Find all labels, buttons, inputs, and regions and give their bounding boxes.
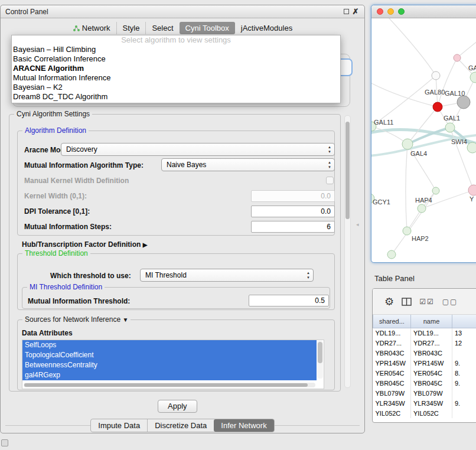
tab-network[interactable]: Network [67,22,116,34]
deselect-all-checkboxes-icon[interactable]: ▢▢ [442,298,458,306]
table-cell[interactable]: YBL079W [411,388,452,398]
table-cell[interactable]: YER054C [373,368,411,378]
attributes-vertical-scrollbar[interactable] [317,341,323,379]
table-row[interactable]: YPR145WYPR145W9. [373,358,476,368]
table-row[interactable]: YBR043CYBR043C [373,348,476,358]
table-row[interactable]: YLR345WYLR345W9. [373,398,476,408]
attributes-vscroll-thumb[interactable] [318,342,322,363]
show-columns-icon[interactable] [402,298,412,306]
table-cell[interactable] [452,348,476,358]
table-cell[interactable]: YBL079W [373,388,411,398]
settings-scrollbar[interactable] [344,115,351,388]
table-row[interactable]: YER054CYER054C8. [373,368,476,378]
tab-cyni-toolbox[interactable]: Cyni Toolbox [180,22,235,34]
network-node[interactable] [433,102,442,112]
panel-collapse-arrow[interactable]: ◂ [356,221,359,227]
table-cell[interactable]: YDR27... [373,338,411,348]
algorithm-option[interactable]: Dream8 DC_TDC Algorithm [12,92,340,102]
minimized-panel-icon[interactable] [1,439,8,446]
network-node[interactable] [467,142,476,153]
table-cell[interactable]: YBR043C [373,348,411,358]
algorithm-option-selected[interactable]: ARACNE Algorithm [12,64,340,73]
table-cell[interactable]: YDR27... [411,338,452,348]
minimize-traffic-light-icon[interactable] [387,8,394,15]
float-window-icon[interactable] [344,9,349,14]
algorithm-option[interactable]: Mutual Information Inference [12,73,340,83]
attributes-horizontal-scrollbar[interactable] [24,383,315,387]
algorithm-option[interactable]: Bayesian – K2 [12,83,340,92]
network-graph[interactable]: GAL80GAL10GAL11GAL1SWI4GAL4GCY1HAP4HAP2G… [371,18,476,262]
table-cell[interactable]: 12 [452,338,476,348]
attribute-item-selected[interactable]: BetweennessCentrality [22,360,317,370]
sources-group-title[interactable]: Sources for Network Inference ▼ [22,315,131,324]
table-cell[interactable]: YDL19... [411,328,452,338]
manual-kernel-checkbox[interactable] [326,177,334,184]
network-node[interactable] [418,204,426,213]
zoom-traffic-light-icon[interactable] [398,8,405,15]
table-cell[interactable]: YIL052C [411,408,452,418]
network-node[interactable] [432,71,440,80]
tab-impute-data[interactable]: Impute Data [91,419,147,432]
tab-jactivemodules[interactable]: jActiveModules [235,22,298,34]
which-threshold-combo[interactable]: MI Threshold ▲▼ [140,269,314,282]
table-cell[interactable] [452,388,476,398]
column-header-partial[interactable] [452,315,476,328]
table-cell[interactable]: YBR045C [373,378,411,388]
network-node[interactable] [470,72,476,83]
table-cell[interactable]: YER054C [411,368,452,378]
attributes-hscroll-thumb[interactable] [24,383,308,387]
table-cell[interactable]: YBR045C [411,378,452,388]
table-cell[interactable]: YLR345W [373,398,411,408]
table-cell[interactable]: 13 [452,328,476,338]
dpi-tolerance-field[interactable]: 0.0 [251,206,335,217]
network-node[interactable] [454,54,461,61]
column-header-shared-name[interactable]: shared... [373,315,411,328]
table-cell[interactable]: YBR043C [411,348,452,358]
table-cell[interactable]: YDL19... [373,328,411,338]
data-attributes-list[interactable]: SelfLoops TopologicalCoefficient Between… [22,340,324,389]
tab-discretize-data[interactable]: Discretize Data [147,419,214,432]
column-header-name[interactable]: name [411,315,452,328]
network-node[interactable] [468,185,476,195]
network-node[interactable] [402,139,413,149]
aracne-mode-combo[interactable]: Discovery ▲▼ [61,143,335,156]
mi-threshold-field[interactable]: 0.5 [249,295,329,306]
hub-section-toggle[interactable]: Hub/Transcription Factor Definition ▶ [22,240,147,249]
tab-style[interactable]: Style [116,22,146,34]
algorithm-option[interactable]: Basic Correlation Inference [12,54,340,64]
table-cell[interactable]: YPR145W [411,358,452,368]
close-traffic-light-icon[interactable] [377,8,383,15]
network-node[interactable] [445,123,455,132]
table-cell[interactable]: 8. [452,368,476,378]
mi-type-combo[interactable]: Naive Bayes ▲▼ [161,158,335,171]
table-cell[interactable]: 9. [452,398,476,408]
attribute-item-selected[interactable]: SelfLoops [22,340,317,350]
attribute-item-selected[interactable]: TopologicalCoefficient [22,350,317,360]
table-cell[interactable]: YIL052C [373,408,411,418]
network-node[interactable] [403,227,411,235]
kernel-width-field[interactable]: 0.0 [251,190,335,202]
select-all-checkboxes-icon[interactable]: ☑☑ [419,298,435,306]
network-node[interactable] [432,187,439,194]
table-row[interactable]: YDR27...YDR27...12 [373,338,476,348]
close-window-icon[interactable]: ✗ [351,7,360,16]
network-node[interactable] [457,96,470,109]
network-canvas[interactable]: GAL80GAL10GAL11GAL1SWI4GAL4GCY1HAP4HAP2G… [371,18,476,262]
table-row[interactable]: YBR045CYBR045C9. [373,378,476,388]
attribute-item-selected[interactable]: gal4RGexp [22,370,317,380]
table-cell[interactable]: 9. [452,378,476,388]
network-node[interactable] [387,250,396,259]
tab-select[interactable]: Select [145,22,179,34]
tab-infer-network[interactable]: Infer Network [214,419,273,432]
table-cell[interactable] [452,408,476,418]
table-row[interactable]: YIL052CYIL052C [373,408,476,418]
settings-scrollbar-thumb[interactable] [345,122,350,219]
table-cell[interactable]: YLR345W [411,398,452,408]
table-row[interactable]: YBL079WYBL079W [373,388,476,398]
table-row[interactable]: YDL19...YDL19...13 [373,328,476,338]
apply-button[interactable]: Apply [158,400,197,413]
table-cell[interactable]: YPR145W [373,358,411,368]
gear-icon[interactable]: ⚙ [384,295,394,308]
table-cell[interactable]: 9. [452,358,476,368]
algorithm-option[interactable]: Bayesian – Hill Climbing [12,45,340,54]
